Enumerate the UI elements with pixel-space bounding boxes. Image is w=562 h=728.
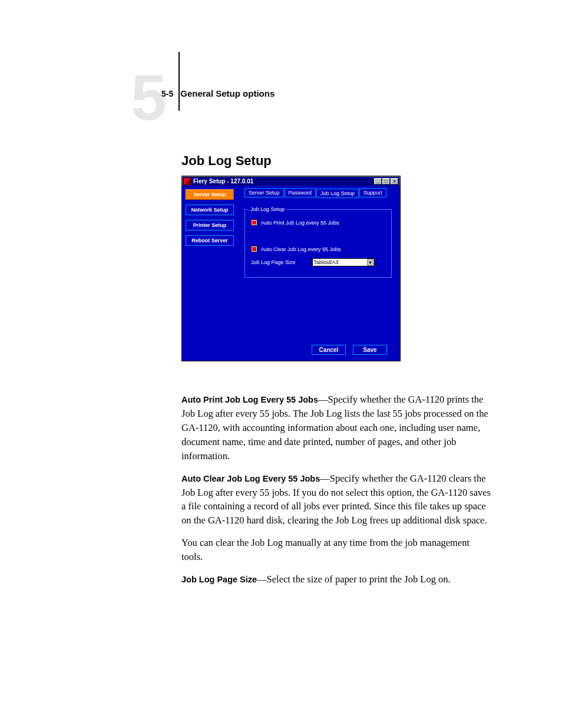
tab-support[interactable]: Support: [359, 188, 386, 197]
auto-clear-label: Auto Clear Job Log every 55 Jobs: [261, 246, 341, 252]
page-size-value: Tabloid/A3: [314, 259, 339, 265]
save-button[interactable]: Save: [353, 345, 387, 355]
sidebar: Server Setup Network Setup Printer Setup…: [182, 186, 236, 340]
text-page-size: —Select the size of paper to print the J…: [257, 574, 451, 585]
page-size-label: Job Log Page Size: [251, 259, 296, 265]
maximize-button[interactable]: □: [382, 178, 390, 185]
sidebar-printer-setup[interactable]: Printer Setup: [186, 220, 234, 230]
sidebar-server-setup[interactable]: Server Setup: [186, 189, 234, 200]
paragraph-page-size: Job Log Page Size—Select the size of pap…: [181, 572, 492, 587]
job-log-panel: Job Log Setup Auto Print Job Log every 5…: [244, 209, 392, 278]
auto-print-label: Auto Print Job Log every 55 Jobs: [261, 220, 339, 226]
page-ref: 5-5: [161, 89, 173, 98]
header-rule: [178, 52, 180, 111]
page-header: 5-5 General Setup options: [161, 88, 275, 98]
running-title: General Setup options: [180, 88, 275, 98]
paragraph-auto-clear: Auto Clear Job Log Every 55 Jobs—Specify…: [181, 472, 492, 528]
section-title: Job Log Setup: [181, 153, 272, 169]
bold-auto-print: Auto Print Job Log Every 55 Jobs: [181, 395, 318, 404]
bold-auto-clear: Auto Clear Job Log Every 55 Jobs: [181, 474, 320, 483]
paragraph-auto-print: Auto Print Job Log Every 55 Jobs—Specify…: [181, 393, 492, 463]
close-button[interactable]: ×: [391, 178, 398, 185]
app-icon: [184, 178, 191, 185]
body-text: Auto Print Job Log Every 55 Jobs—Specify…: [181, 393, 492, 595]
main-panel-area: Server Setup Password Job Log Setup Supp…: [236, 186, 400, 340]
tab-server-setup[interactable]: Server Setup: [244, 188, 284, 197]
sidebar-network-setup[interactable]: Network Setup: [186, 205, 234, 215]
auto-print-checkbox[interactable]: [251, 219, 257, 226]
paragraph-manual-clear: You can clear the Job Log manually at an…: [181, 536, 492, 564]
window-footer: Cancel Save: [182, 340, 400, 361]
sidebar-reboot-server[interactable]: Reboot Server: [186, 235, 234, 246]
tab-job-log-setup[interactable]: Job Log Setup: [316, 189, 359, 198]
panel-legend: Job Log Setup: [249, 206, 286, 212]
auto-clear-checkbox[interactable]: [251, 246, 257, 252]
window-body: Server Setup Network Setup Printer Setup…: [182, 186, 400, 361]
minimize-button[interactable]: _: [374, 178, 382, 185]
cancel-button[interactable]: Cancel: [312, 345, 346, 355]
window-title: Fiery Setup - 127.0.01: [193, 178, 253, 185]
page-size-select[interactable]: Tabloid/A3 ▼: [312, 258, 375, 266]
bold-page-size: Job Log Page Size: [181, 575, 257, 584]
chevron-down-icon: ▼: [367, 259, 374, 266]
tabs: Server Setup Password Job Log Setup Supp…: [244, 188, 396, 197]
titlebar: Fiery Setup - 127.0.01 _ □ ×: [182, 176, 400, 186]
tab-password[interactable]: Password: [285, 188, 316, 197]
setup-window: Fiery Setup - 127.0.01 _ □ × Server Setu…: [181, 176, 401, 361]
